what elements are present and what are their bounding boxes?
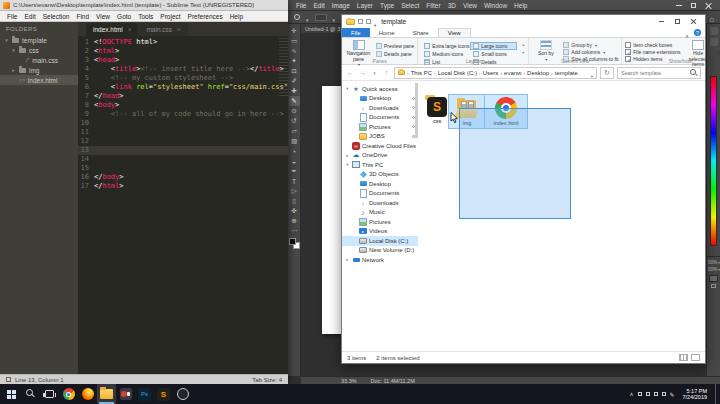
menu-item-layer[interactable]: Layer [357, 2, 373, 9]
explorer-titlebar[interactable]: template [342, 15, 705, 28]
code-line[interactable]: 6 <link rel="stylesheet" href="css/main.… [78, 83, 288, 92]
code-line[interactable]: 15 [78, 164, 288, 173]
menu-item-edit[interactable]: Edit [24, 13, 35, 20]
menu-item-tools[interactable]: Tools [138, 13, 153, 20]
add-columns-button[interactable]: Add columns [563, 49, 618, 55]
code-line[interactable]: 9 <!-- all of my code should go in here … [78, 110, 288, 119]
sidebar-item-network[interactable]: ▸Network [342, 255, 418, 265]
sidebar-item-videos[interactable]: Videos [342, 227, 418, 237]
taskbar-button-chrome[interactable] [59, 384, 78, 404]
pen-tool-icon[interactable]: ✒ [289, 166, 300, 176]
tray-tray-2-icon[interactable] [646, 392, 650, 396]
minimize-icon[interactable] [676, 5, 682, 6]
chevron-down-icon[interactable]: ▾ [522, 50, 524, 55]
taskbar-clock[interactable]: 5:17 PM 7/24/2019 [679, 388, 711, 401]
options-button[interactable]: Options [716, 40, 720, 57]
file-list-area[interactable]: css img index.html [418, 81, 705, 351]
code-line[interactable]: 3<head> [78, 56, 288, 65]
taskbar-button-file-explorer[interactable] [97, 384, 116, 404]
lock-icon[interactable] [711, 284, 716, 288]
menu-item-selection[interactable]: Selection [43, 13, 70, 20]
menu-item-preferences[interactable]: Preferences [188, 13, 223, 20]
tree-chevron-right-icon[interactable]: ▸ [345, 257, 350, 262]
editor-tab-main-css[interactable]: main.css [139, 23, 187, 36]
type-tool-icon[interactable]: T [289, 176, 300, 186]
tray-tray-3-icon[interactable] [654, 392, 658, 396]
sidebar-item-desktop[interactable]: Desktop [342, 94, 418, 104]
code-line[interactable]: 10 [78, 119, 288, 128]
menu-item-3d[interactable]: 3D [448, 2, 456, 9]
code-line[interactable]: 14 [78, 155, 288, 164]
chevron-up-icon[interactable]: ▴ [522, 42, 524, 47]
menu-item-type[interactable]: Type [380, 2, 394, 9]
tree-chevron-down-icon[interactable]: ▾ [345, 162, 350, 167]
sidebar-item-downloads[interactable]: Downloads [342, 103, 418, 113]
menu-item-file[interactable]: File [296, 2, 306, 9]
sidebar-item-onedrive[interactable]: ▸OneDrive [342, 151, 418, 161]
tray-tray-1-icon[interactable] [638, 392, 642, 396]
refresh-button[interactable] [600, 67, 614, 79]
tab-close-icon[interactable] [128, 26, 132, 33]
quick-access-toolbar-button[interactable] [358, 19, 363, 24]
menu-item-find[interactable]: Find [76, 13, 89, 20]
hide-selected-items-button[interactable]: Hide selected items [685, 40, 712, 57]
sidebar-item-3d-objects[interactable]: 3D Objects [342, 170, 418, 180]
details-pane-button[interactable]: Details pane [376, 50, 414, 57]
layers-fill-row[interactable]: 00% [707, 266, 720, 273]
hue-slider[interactable] [710, 76, 717, 246]
up-button[interactable]: ↑ [382, 69, 391, 76]
menu-item-goto[interactable]: Goto [117, 13, 131, 20]
editor-tab-index-html[interactable]: index.html [86, 23, 138, 36]
sidebar-item-pictures[interactable]: Pictures [342, 217, 418, 227]
tree-chevron-down-icon[interactable]: ▾ [345, 86, 350, 91]
zoom-tool-icon[interactable]: ⊕ [289, 216, 300, 226]
menu-item-help[interactable]: Help [230, 13, 243, 20]
breadcrumb[interactable]: ›This PC›Local Disk (C:)›Users›evanw›Des… [394, 67, 597, 79]
menu-item-help[interactable]: Help [514, 2, 527, 9]
quick-select-tool-icon[interactable]: ✦ [289, 56, 300, 66]
menu-item-view[interactable]: View [96, 13, 110, 20]
sidebar-item-quick-access[interactable]: ▾Quick access [342, 84, 418, 94]
breadcrumb-segment-evanw[interactable]: evanw [504, 70, 521, 76]
shape-tool-icon[interactable]: ▯ [289, 196, 300, 206]
taskbar-button-sublime-text[interactable] [154, 384, 173, 404]
vintage-mode-icon[interactable] [6, 377, 11, 382]
minimize-button[interactable] [653, 16, 669, 28]
layer-thumbnail[interactable] [709, 275, 718, 282]
menu-item-project[interactable]: Project [160, 13, 180, 20]
layers-opacity-row[interactable]: 00% [707, 259, 720, 266]
taskbar-button-task-view[interactable] [40, 384, 59, 404]
item-check-boxes-checkbox[interactable]: Item check boxes [625, 42, 680, 48]
breadcrumb-segment-users[interactable]: Users [483, 70, 499, 76]
sublime-editor[interactable]: 1<!DOCTYPE html>2<html>3<head>4 <title><… [78, 36, 288, 374]
sidebar-item-desktop[interactable]: Desktop [342, 179, 418, 189]
details-view-toggle-icon[interactable] [679, 354, 688, 361]
menu-item-view[interactable]: View [463, 2, 477, 9]
tree-chevron-right-icon[interactable]: ▸ [345, 153, 350, 158]
photoshop-document-canvas[interactable] [322, 86, 342, 334]
eyedropper-tool-icon[interactable]: ✐ [289, 76, 300, 86]
search-input[interactable] [621, 70, 690, 76]
menu-item-edit[interactable]: Edit [313, 2, 324, 9]
color-panel-icon[interactable] [710, 27, 718, 35]
taskbar-button-search[interactable] [21, 384, 40, 404]
edit-toolbar-tool-icon[interactable]: ⋯ [289, 226, 300, 236]
code-line[interactable]: 1<!DOCTYPE html> [78, 38, 288, 47]
zoom-level[interactable]: 33.3% [341, 378, 357, 384]
tab-close-icon[interactable] [177, 26, 181, 33]
layout-medium-icons[interactable]: Medium icons [421, 50, 468, 58]
tree-item-css[interactable]: ▾css [0, 45, 78, 55]
menu-item-select[interactable]: Select [401, 2, 419, 9]
sort-by-button[interactable]: Sort by [532, 40, 559, 57]
code-line[interactable]: 8<body> [78, 101, 288, 110]
tree-item-index-html[interactable]: index.html [0, 75, 78, 85]
taskbar-button-photoshop[interactable] [135, 384, 154, 404]
code-line[interactable]: 4 <title><!-- insert title here --></tit… [78, 65, 288, 74]
back-button[interactable]: ← [346, 69, 355, 76]
foreground-color-swatch[interactable] [289, 238, 296, 245]
group-by-button[interactable]: Group by [563, 42, 618, 48]
tab-home[interactable]: Home [370, 28, 404, 37]
tab-file[interactable]: File [342, 28, 370, 37]
hand-tool-icon[interactable]: ✜ [289, 206, 300, 216]
navigation-pane-button[interactable]: Navigation pane [345, 40, 372, 57]
